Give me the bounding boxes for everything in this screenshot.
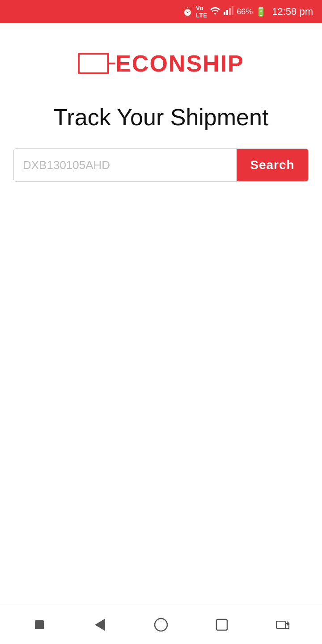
bottom-nav bbox=[0, 605, 322, 644]
svg-point-5 bbox=[155, 619, 167, 631]
svg-marker-4 bbox=[96, 619, 105, 630]
logo-container: ECONSHIP bbox=[78, 50, 244, 77]
nav-home-button[interactable] bbox=[148, 611, 174, 638]
svg-rect-7 bbox=[276, 621, 285, 628]
nav-back-button[interactable] bbox=[87, 611, 114, 638]
nav-stop-button[interactable] bbox=[26, 611, 53, 638]
volte-icon: VoLTE bbox=[196, 4, 207, 19]
recents-icon bbox=[214, 617, 230, 633]
status-bar: ⏰ VoLTE 66% 🔋 12:58 pm bbox=[0, 0, 322, 23]
logo-text: ECONSHIP bbox=[115, 50, 244, 77]
svg-rect-3 bbox=[232, 6, 233, 15]
status-time: 12:58 pm bbox=[272, 6, 313, 17]
stop-icon bbox=[35, 620, 44, 629]
status-icons: ⏰ VoLTE 66% 🔋 bbox=[182, 4, 267, 19]
battery-icon: 🔋 bbox=[255, 6, 267, 17]
nav-recents-button[interactable] bbox=[208, 611, 235, 638]
alarm-icon: ⏰ bbox=[182, 6, 193, 17]
wifi-icon bbox=[210, 6, 220, 17]
tracking-search-input[interactable] bbox=[14, 149, 237, 181]
svg-rect-1 bbox=[226, 10, 228, 15]
logo-box-icon bbox=[78, 53, 109, 74]
search-button[interactable]: Search bbox=[237, 149, 308, 181]
svg-rect-0 bbox=[224, 12, 225, 15]
nav-switch-button[interactable] bbox=[269, 611, 296, 638]
svg-rect-6 bbox=[216, 619, 227, 630]
main-content: ECONSHIP Track Your Shipment Search bbox=[0, 23, 322, 605]
svg-rect-2 bbox=[229, 8, 231, 15]
page-title: Track Your Shipment bbox=[54, 104, 269, 131]
search-container: Search bbox=[13, 148, 309, 182]
home-icon bbox=[153, 617, 169, 633]
switch-icon bbox=[275, 617, 291, 633]
battery-text: 66% bbox=[237, 7, 253, 17]
back-icon bbox=[92, 617, 108, 633]
signal-icon bbox=[223, 6, 234, 17]
